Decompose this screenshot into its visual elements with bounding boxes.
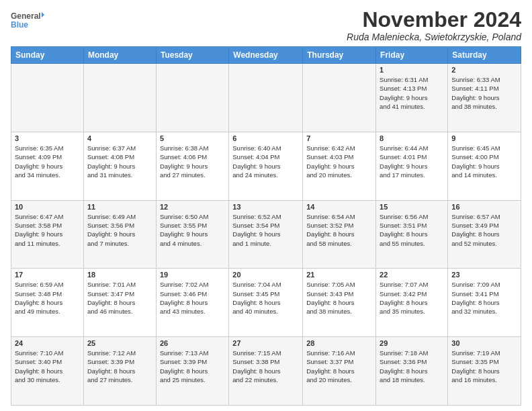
day-info: Sunrise: 6:44 AMSunset: 4:01 PMDaylight:… [380,144,428,179]
calendar-cell: 30Sunrise: 7:19 AMSunset: 3:35 PMDayligh… [448,337,521,406]
svg-text:Blue: Blue [11,20,28,30]
day-info: Sunrise: 6:42 AMSunset: 4:03 PMDaylight:… [306,144,355,179]
day-info: Sunrise: 7:15 AMSunset: 3:38 PMDaylight:… [232,349,281,383]
calendar-week-0: 1Sunrise: 6:31 AMSunset: 4:13 PMDaylight… [11,64,521,132]
calendar-body: 1Sunrise: 6:31 AMSunset: 4:13 PMDaylight… [11,64,521,406]
day-info: Sunrise: 7:01 AMSunset: 3:47 PMDaylight:… [87,281,136,315]
day-number: 1 [380,66,444,74]
title-area: November 2024 Ruda Maleniecka, Swietokrz… [347,8,521,42]
calendar: Sunday Monday Tuesday Wednesday Thursday… [11,46,521,406]
day-number: 19 [160,271,225,279]
day-number: 12 [160,203,225,211]
day-info: Sunrise: 7:09 AMSunset: 3:41 PMDaylight:… [451,281,500,315]
calendar-cell: 3Sunrise: 6:35 AMSunset: 4:09 PMDaylight… [11,132,84,200]
calendar-cell: 12Sunrise: 6:50 AMSunset: 3:55 PMDayligh… [156,200,228,269]
day-number: 25 [87,339,152,347]
day-number: 6 [232,134,299,142]
day-info: Sunrise: 6:40 AMSunset: 4:04 PMDaylight:… [232,144,281,179]
calendar-cell: 10Sunrise: 6:47 AMSunset: 3:58 PMDayligh… [11,200,84,269]
day-number: 21 [306,271,372,279]
calendar-cell: 16Sunrise: 6:57 AMSunset: 3:49 PMDayligh… [448,200,521,269]
day-info: Sunrise: 6:45 AMSunset: 4:00 PMDaylight:… [451,144,500,179]
calendar-week-1: 3Sunrise: 6:35 AMSunset: 4:09 PMDaylight… [11,132,521,200]
calendar-cell: 6Sunrise: 6:40 AMSunset: 4:04 PMDaylight… [229,132,303,200]
day-info: Sunrise: 7:04 AMSunset: 3:45 PMDaylight:… [232,281,281,315]
col-saturday: Saturday [448,47,521,64]
calendar-cell: 7Sunrise: 6:42 AMSunset: 4:03 PMDaylight… [303,132,376,200]
calendar-cell: 20Sunrise: 7:04 AMSunset: 3:45 PMDayligh… [229,269,303,337]
day-info: Sunrise: 7:02 AMSunset: 3:46 PMDaylight:… [160,281,208,315]
day-number: 20 [232,271,299,279]
calendar-week-2: 10Sunrise: 6:47 AMSunset: 3:58 PMDayligh… [11,200,521,269]
day-number: 24 [15,339,80,347]
calendar-cell: 28Sunrise: 7:16 AMSunset: 3:37 PMDayligh… [303,337,376,406]
calendar-cell: 23Sunrise: 7:09 AMSunset: 3:41 PMDayligh… [448,269,521,337]
location-title: Ruda Maleniecka, Swietokrzyskie, Poland [347,32,521,42]
day-info: Sunrise: 7:16 AMSunset: 3:37 PMDaylight:… [306,349,355,383]
day-number: 2 [451,66,517,74]
calendar-cell: 29Sunrise: 7:18 AMSunset: 3:36 PMDayligh… [376,337,448,406]
svg-text:General: General [11,11,41,21]
calendar-cell [83,64,156,132]
day-number: 26 [160,339,225,347]
header: General Blue November 2024 Ruda Maleniec… [11,8,521,42]
logo: General Blue [11,8,44,35]
calendar-cell [229,64,303,132]
calendar-cell: 11Sunrise: 6:49 AMSunset: 3:56 PMDayligh… [83,200,156,269]
day-info: Sunrise: 7:13 AMSunset: 3:39 PMDaylight:… [160,349,208,383]
day-info: Sunrise: 6:49 AMSunset: 3:56 PMDaylight:… [87,213,136,247]
calendar-cell: 18Sunrise: 7:01 AMSunset: 3:47 PMDayligh… [83,269,156,337]
month-title: November 2024 [347,8,521,32]
day-number: 9 [451,134,517,142]
col-tuesday: Tuesday [156,47,228,64]
day-number: 8 [380,134,444,142]
day-info: Sunrise: 6:31 AMSunset: 4:13 PMDaylight:… [380,76,428,110]
day-number: 28 [306,339,372,347]
calendar-cell: 1Sunrise: 6:31 AMSunset: 4:13 PMDaylight… [376,64,448,132]
calendar-cell: 26Sunrise: 7:13 AMSunset: 3:39 PMDayligh… [156,337,228,406]
calendar-header: Sunday Monday Tuesday Wednesday Thursday… [11,47,521,64]
calendar-cell [11,64,84,132]
col-friday: Friday [376,47,448,64]
day-info: Sunrise: 7:19 AMSunset: 3:35 PMDaylight:… [451,349,500,383]
day-number: 15 [380,203,444,211]
calendar-cell: 13Sunrise: 6:52 AMSunset: 3:54 PMDayligh… [229,200,303,269]
day-number: 4 [87,134,152,142]
day-number: 11 [87,203,152,211]
day-number: 5 [160,134,225,142]
day-number: 14 [306,203,372,211]
day-number: 18 [87,271,152,279]
calendar-cell: 19Sunrise: 7:02 AMSunset: 3:46 PMDayligh… [156,269,228,337]
calendar-cell: 8Sunrise: 6:44 AMSunset: 4:01 PMDaylight… [376,132,448,200]
calendar-cell: 4Sunrise: 6:37 AMSunset: 4:08 PMDaylight… [83,132,156,200]
day-info: Sunrise: 6:56 AMSunset: 3:51 PMDaylight:… [380,213,428,247]
calendar-cell: 27Sunrise: 7:15 AMSunset: 3:38 PMDayligh… [229,337,303,406]
calendar-cell: 24Sunrise: 7:10 AMSunset: 3:40 PMDayligh… [11,337,84,406]
day-number: 17 [15,271,80,279]
calendar-cell: 2Sunrise: 6:33 AMSunset: 4:11 PMDaylight… [448,64,521,132]
header-row: Sunday Monday Tuesday Wednesday Thursday… [11,47,521,64]
calendar-cell: 15Sunrise: 6:56 AMSunset: 3:51 PMDayligh… [376,200,448,269]
logo-svg: General Blue [11,8,44,35]
day-number: 27 [232,339,299,347]
day-info: Sunrise: 7:05 AMSunset: 3:43 PMDaylight:… [306,281,355,315]
day-info: Sunrise: 7:12 AMSunset: 3:39 PMDaylight:… [87,349,136,383]
day-info: Sunrise: 6:54 AMSunset: 3:52 PMDaylight:… [306,213,355,247]
calendar-cell [303,64,376,132]
calendar-week-3: 17Sunrise: 6:59 AMSunset: 3:48 PMDayligh… [11,269,521,337]
calendar-cell: 22Sunrise: 7:07 AMSunset: 3:42 PMDayligh… [376,269,448,337]
day-info: Sunrise: 6:33 AMSunset: 4:11 PMDaylight:… [451,76,500,110]
day-number: 29 [380,339,444,347]
calendar-cell [156,64,228,132]
calendar-cell: 21Sunrise: 7:05 AMSunset: 3:43 PMDayligh… [303,269,376,337]
day-number: 16 [451,203,517,211]
day-info: Sunrise: 6:37 AMSunset: 4:08 PMDaylight:… [87,144,136,179]
day-info: Sunrise: 7:18 AMSunset: 3:36 PMDaylight:… [380,349,428,383]
day-info: Sunrise: 6:52 AMSunset: 3:54 PMDaylight:… [232,213,281,247]
day-info: Sunrise: 6:47 AMSunset: 3:58 PMDaylight:… [15,213,63,247]
calendar-cell: 14Sunrise: 6:54 AMSunset: 3:52 PMDayligh… [303,200,376,269]
day-number: 23 [451,271,517,279]
day-info: Sunrise: 6:50 AMSunset: 3:55 PMDaylight:… [160,213,208,247]
day-info: Sunrise: 7:07 AMSunset: 3:42 PMDaylight:… [380,281,428,315]
day-number: 10 [15,203,80,211]
